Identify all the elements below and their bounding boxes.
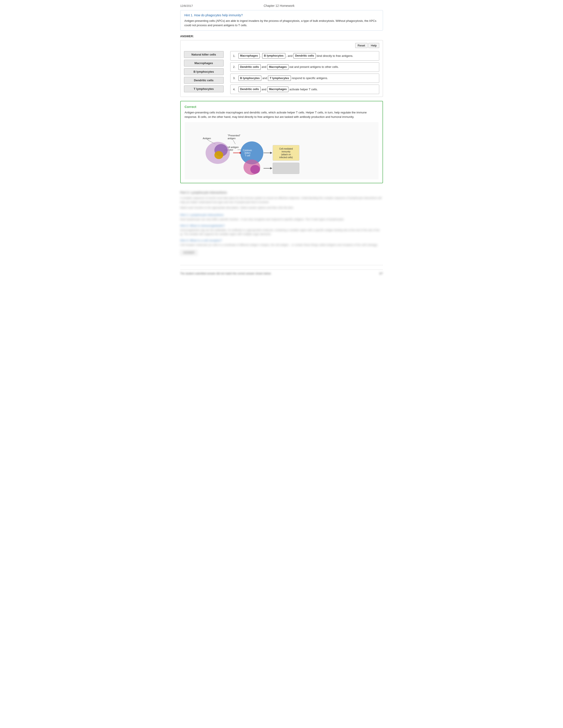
svg-marker-26 — [270, 167, 272, 169]
answer-toolbar: Reset Help — [184, 43, 379, 48]
tag-dendritic-4[interactable]: Dendritic cells — [238, 87, 261, 92]
svg-text:infected cells): infected cells) — [279, 156, 293, 159]
svg-rect-27 — [273, 163, 299, 174]
answer-box: Reset Help Natural killer cells Macropha… — [180, 40, 383, 97]
hint1-text: Antigen-presenting cells (APCs) are able… — [184, 19, 379, 27]
right-item-1: 1. Macrophages , B lymphocytes , and Den… — [230, 51, 379, 61]
right-item-4: 4. Dendritic cells and Macrophages activ… — [230, 85, 379, 94]
tag-macrophages-2[interactable]: Macrophages — [267, 64, 289, 70]
svg-text:Cell-mediated: Cell-mediated — [279, 148, 293, 150]
right-column: 1. Macrophages , B lymphocytes , and Den… — [230, 51, 379, 94]
tag-t-lymphocytes-3[interactable]: T lymphocytes — [268, 76, 291, 81]
help-button[interactable]: Help — [369, 43, 379, 48]
svg-marker-17 — [270, 152, 272, 154]
hint1-title: Hint 1. How do phagocytes help immunity? — [184, 13, 379, 17]
hint1-question: How do phagocytes help immunity? — [194, 13, 243, 17]
blurred-hint2-text: Immunoglobulins (Ig) are the antibodies.… — [180, 228, 383, 236]
blurred-part-title: Part 2: Lymphocyte Interactions — [180, 191, 383, 194]
hint1-box: Hint 1. How do phagocytes help immunity?… — [180, 10, 383, 31]
correct-label: Correct — [185, 105, 379, 109]
tag-dendritic-2[interactable]: Dendritic cells — [238, 64, 261, 70]
correct-box: Correct Antigen-presenting cells include… — [180, 101, 383, 183]
tag-b-lymphocytes-3[interactable]: B lymphocytes — [238, 76, 261, 81]
blurred-answer-btn[interactable]: ANSWER — [180, 250, 198, 255]
blurred-desc1: A complex sequence of events must take p… — [180, 196, 383, 204]
reset-button[interactable]: Reset — [355, 43, 368, 48]
item-number-1: 1. — [233, 54, 237, 58]
item-number-2: 2. — [233, 65, 237, 69]
section-divider — [180, 265, 383, 265]
footer-bar: The student submitted answer did not mat… — [180, 270, 383, 275]
svg-point-9 — [214, 151, 223, 159]
footer-score: 2/7 — [379, 272, 383, 275]
left-item-macrophages[interactable]: Macrophages — [184, 60, 224, 67]
diagram-container: Antigen "Presented" antigen T cell antig… — [185, 122, 379, 179]
svg-text:T cell: T cell — [245, 154, 250, 157]
blurred-desc2: Match each function to the appropriate d… — [180, 206, 383, 210]
left-item-natural-killer[interactable]: Natural killer cells — [184, 51, 224, 58]
antigen-label: Antigen — [203, 137, 211, 140]
left-item-t-lymphocytes[interactable]: T lymphocytes — [184, 85, 224, 92]
correct-text: Antigen-presenting cells include macroph… — [185, 110, 379, 119]
svg-line-3 — [233, 140, 235, 144]
left-column: Natural killer cells Macrophages B lymph… — [184, 51, 224, 94]
right-item-3: 3. B lymphocytes and T lymphocytes respo… — [230, 74, 379, 83]
diagram-svg: Antigen "Presented" antigen T cell antig… — [187, 124, 328, 175]
svg-text:(attack on: (attack on — [281, 153, 291, 156]
date-label: 12/8/2017 — [180, 4, 193, 7]
hint1-label: Hint 1. — [184, 13, 193, 17]
tag-b-lymphocytes-1[interactable]: B lymphocytes — [262, 53, 286, 59]
blurred-hint3-title: Hint 3: What is a cell receptor? — [180, 239, 383, 242]
answer-label: ANSWER: — [180, 35, 383, 38]
blurred-hint1-text: Each lymphocyte can only fulfill a speci… — [180, 217, 383, 221]
svg-point-24 — [250, 165, 260, 174]
page-header: 12/8/2017 Chapter 12 Homework — [180, 2, 383, 10]
blurred-section: Part 2: Lymphocyte Interactions A comple… — [180, 189, 383, 261]
svg-text:"Presented": "Presented" — [227, 134, 240, 137]
blurred-hint2-title: Hint 2: What is immunoglobulin? — [180, 224, 383, 227]
footer-text: The student submitted answer did not mat… — [180, 272, 271, 275]
svg-text:Cytotoxic: Cytotoxic — [243, 149, 252, 152]
left-item-dendritic[interactable]: Dendritic cells — [184, 77, 224, 84]
tag-dendritic-1[interactable]: Dendritic cells — [294, 53, 316, 59]
matching-area: Natural killer cells Macrophages B lymph… — [184, 51, 379, 94]
right-item-2: 2. Dendritic cells and Macrophages eat a… — [230, 62, 379, 72]
left-item-b-lymphocytes[interactable]: B lymphocytes — [184, 68, 224, 75]
svg-text:immunity: immunity — [282, 150, 290, 153]
svg-text:antigen: antigen — [227, 137, 235, 140]
tag-macrophages-4[interactable]: Macrophages — [267, 87, 289, 92]
page-title: Chapter 12 Homework — [263, 4, 295, 7]
tag-macrophages-1[interactable]: Macrophages — [238, 53, 260, 59]
svg-text:(killer): (killer) — [244, 152, 250, 154]
blurred-hint3-text: Cell receptor molecules (or cells in a c… — [180, 243, 383, 247]
blur-content: Part 2: Lymphocyte Interactions A comple… — [180, 191, 383, 255]
item-number-4: 4. — [233, 87, 237, 92]
blurred-hint1-title: Hint 1: Lymphocyte interactions — [180, 213, 383, 217]
item-number-3: 3. — [233, 76, 237, 80]
